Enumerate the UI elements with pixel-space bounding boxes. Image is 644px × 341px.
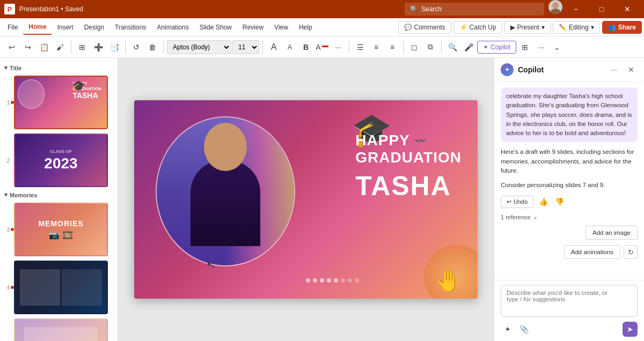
catchup-icon: ⚡ <box>459 24 467 31</box>
main-area: ▾ Title 1 HAPPY GRADUATION TASHA 🎓 <box>0 58 644 341</box>
more-toolbar-button[interactable]: ··· <box>533 40 548 55</box>
copilot-icon: ✦ <box>483 43 488 51</box>
slide-dot-3 <box>320 278 324 283</box>
undo-button[interactable]: ↩ <box>4 40 19 55</box>
close-button[interactable]: ✕ <box>615 0 640 18</box>
tab-home[interactable]: Home <box>23 20 52 35</box>
tab-transitions[interactable]: Transitions <box>109 20 151 34</box>
slide-wave: 〰️ <box>414 135 426 146</box>
font-name-select[interactable]: Aptos (Body) <box>167 40 231 54</box>
reference-row[interactable]: 1 reference ⌄ <box>501 213 638 220</box>
copilot-like-button[interactable]: 👍 <box>537 195 550 208</box>
section-memories-header[interactable]: ▾ Memories <box>0 189 118 201</box>
section-title-chevron: ▾ <box>4 64 8 71</box>
minimize-button[interactable]: − <box>564 0 588 18</box>
toolbar: ↩ ↪ 📋 🖌 ⊞ ➕ 📑 ↺ 🗑 Aptos (Body) 11 A A B … <box>0 36 644 58</box>
copilot-toolbar-button[interactable]: ✦ Copilot <box>477 41 516 54</box>
copilot-send-button[interactable]: ➤ <box>623 322 638 337</box>
share-button[interactable]: 👥 Share <box>602 21 642 34</box>
add-image-button[interactable]: Add an image <box>586 226 638 240</box>
tab-design[interactable]: Design <box>79 20 109 34</box>
separator-3 <box>163 41 164 54</box>
bold-button[interactable]: B <box>298 40 313 55</box>
copilot-more-button[interactable]: ··· <box>608 63 620 76</box>
find-button[interactable]: 🔍 <box>445 40 460 55</box>
tab-review[interactable]: Review <box>237 20 269 34</box>
dictate-button[interactable]: 🎤 <box>461 40 476 55</box>
clipboard-button[interactable]: 📋 <box>36 40 52 55</box>
copilot-input-left-actions: ✦ 📎 <box>501 322 531 336</box>
catchup-button[interactable]: ⚡ Catch Up <box>453 21 502 34</box>
canvas-area[interactable]: 🎓 HAPPY 〰️ GRADUATION TASHA <box>118 58 494 341</box>
comments-button[interactable]: 💬 Comments <box>398 21 451 34</box>
slide-dot-8 <box>355 278 359 283</box>
user-avatar[interactable] <box>548 0 562 14</box>
format-painter-button[interactable]: 🖌 <box>53 40 68 55</box>
present-icon: ▶ <box>510 24 515 31</box>
tab-slideshow[interactable]: Slide Show <box>194 20 237 34</box>
slide-5-thumbnail[interactable] <box>14 318 108 341</box>
slide-1-dot <box>11 101 14 104</box>
slide-2-thumbnail[interactable]: CLASS OF 2023 <box>14 134 108 187</box>
redo-button[interactable]: ↪ <box>20 40 35 55</box>
font-size-select[interactable]: 11 <box>232 40 259 54</box>
section-title-label: Title <box>10 65 21 71</box>
copilot-suggest-row: Add an image <box>501 226 638 240</box>
slide-dots-row <box>306 278 359 283</box>
font-color-button[interactable]: A <box>314 40 330 55</box>
separator-4 <box>262 41 263 54</box>
expand-toolbar-button[interactable]: ⌄ <box>550 40 565 55</box>
copilot-attach-button[interactable]: 📎 <box>517 322 531 336</box>
shapes-button[interactable]: ◻ <box>407 40 422 55</box>
designer-button[interactable]: ⊞ <box>517 40 532 55</box>
slide-4-thumbnail[interactable] <box>14 261 108 314</box>
ribbon-actions: 💬 Comments ⚡ Catch Up ▶ Present ▾ ✏️ Edi… <box>398 21 642 34</box>
new-slide-button[interactable]: ➕ <box>91 40 106 55</box>
copilot-close-button[interactable]: ✕ <box>625 63 638 76</box>
ribbon-tabs: File Home Insert Design Transitions Anim… <box>0 18 644 36</box>
app-logo: P <box>4 4 15 14</box>
section-memories-label: Memories <box>10 192 37 198</box>
add-animations-button[interactable]: Add animations <box>564 245 620 259</box>
copilot-sparkle-button[interactable]: ✦ <box>501 322 515 336</box>
reset-button[interactable]: ↺ <box>129 40 144 55</box>
copilot-user-message: celebrate my daughter Tasha's high schoo… <box>501 87 638 142</box>
tab-file[interactable]: File <box>2 20 23 34</box>
section-title-header[interactable]: ▾ Title <box>0 62 118 73</box>
tab-insert[interactable]: Insert <box>52 20 79 34</box>
separator-7 <box>441 41 442 54</box>
copilot-actions-row: ↩ Undo 👍 👎 <box>501 195 638 208</box>
slide-3-thumbnail[interactable]: MEMORIES 📷 🎞️ <box>14 203 108 256</box>
layout-button[interactable]: ⊞ <box>75 40 90 55</box>
slide-person-circle <box>156 116 295 266</box>
tab-view[interactable]: View <box>269 20 294 34</box>
copilot-input[interactable] <box>501 285 638 317</box>
refresh-suggestions-button[interactable]: ↻ <box>624 245 638 259</box>
slide-panel: ▾ Title 1 HAPPY GRADUATION TASHA 🎓 <box>0 58 118 341</box>
slide-person-silhouette <box>157 117 294 265</box>
svg-point-0 <box>552 2 559 9</box>
align-button[interactable]: ≡ <box>385 40 400 55</box>
numbered-list-button[interactable]: ≡ <box>369 40 384 55</box>
tab-help[interactable]: Help <box>294 20 318 34</box>
search-box[interactable]: 🔍 Search <box>405 3 544 16</box>
present-button[interactable]: ▶ Present ▾ <box>504 21 551 34</box>
slide-4-container: 4 <box>0 258 118 316</box>
copilot-undo-button[interactable]: ↩ Undo <box>501 196 533 208</box>
bullet-list-button[interactable]: ☰ <box>353 40 368 55</box>
decrease-font-button[interactable]: A <box>282 40 297 55</box>
main-slide: 🎓 HAPPY 〰️ GRADUATION TASHA <box>134 100 478 299</box>
arrange-button[interactable]: ⧉ <box>423 40 438 55</box>
maximize-button[interactable]: □ <box>589 0 614 18</box>
section-button[interactable]: 📑 <box>107 40 122 55</box>
slide-graduation-text: GRADUATION <box>355 149 462 166</box>
editing-button[interactable]: ✏️ Editing ▾ <box>553 21 600 34</box>
slide-1-thumbnail[interactable]: HAPPY GRADUATION TASHA 🎓 <box>14 76 108 129</box>
increase-font-button[interactable]: A <box>266 40 281 55</box>
tab-animations[interactable]: Animations <box>151 20 194 34</box>
search-icon: 🔍 <box>410 5 418 13</box>
separator-6 <box>403 41 404 54</box>
more-text-button[interactable]: ··· <box>331 40 346 55</box>
delete-button[interactable]: 🗑 <box>145 40 160 55</box>
copilot-dislike-button[interactable]: 👎 <box>553 195 566 208</box>
